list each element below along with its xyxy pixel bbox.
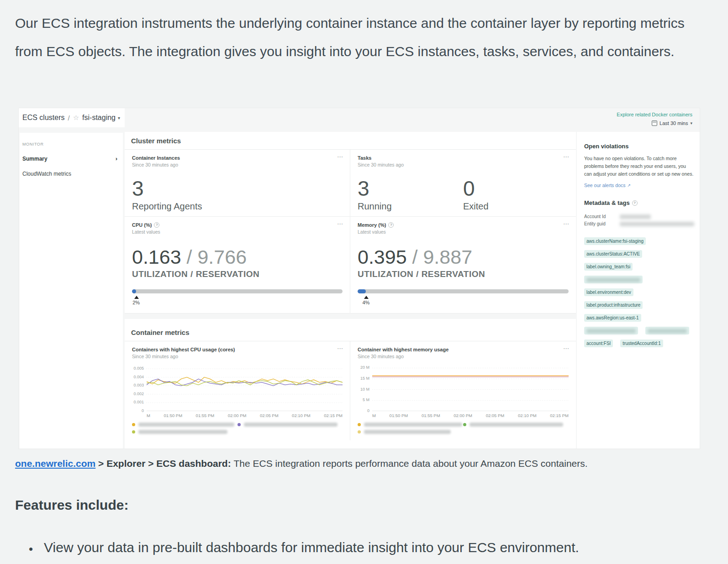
tile-options-menu-icon[interactable]: ⋯ [337, 220, 343, 227]
help-circle-icon[interactable]: ? [632, 200, 638, 206]
y-tick-label: 10 M [360, 387, 369, 392]
metadata-tag-pill[interactable]: aws.clusterName:fsi-staging [584, 237, 646, 245]
y-axis-labels: 0.0050.0040.0030.0020.0010 [132, 364, 147, 411]
open-violations-heading: Open violations [584, 143, 694, 150]
sidebar-item-summary[interactable]: Summary › [22, 155, 117, 162]
stat-label: Exited [463, 201, 569, 212]
chart-canvas [372, 364, 569, 411]
y-tick-label: 0.002 [133, 392, 144, 396]
cluster-metrics-tiles: Container Instances Since 30 minutes ago… [125, 150, 576, 313]
redacted-tag-pill[interactable] [584, 327, 638, 334]
x-tick-label: 02:00 PM [228, 413, 247, 418]
bullet-icon: • [29, 540, 33, 558]
header-actions: Explore related Docker containers Last 3… [617, 112, 692, 126]
stat-value: 3 [132, 178, 242, 199]
y-tick-label: 0 [367, 408, 369, 413]
progress-fill [132, 289, 136, 293]
threshold-marker-icon [364, 296, 369, 299]
right-panel: Open violations You have no open violati… [577, 132, 700, 449]
cpu-tile: CPU (%) ? Latest values ⋯ 0.163 / 9.766 … [125, 217, 350, 313]
billboard-stat: 3 Reporting Agents [132, 178, 242, 212]
series-color-dot-icon [358, 423, 361, 426]
legend-entry [237, 423, 343, 427]
x-tick-label: M [372, 413, 376, 418]
tile-title: CPU (%) [132, 222, 152, 228]
x-tick-label: 01:55 PM [422, 413, 440, 418]
metadata-tag-pill[interactable]: aws.clusterStatus:ACTIVE [584, 250, 642, 258]
container-metrics-tiles: Containers with highest CPU usage (cores… [125, 341, 576, 440]
entity-name-dropdown[interactable]: fsi-staging [82, 114, 116, 122]
stat-label: Running [358, 201, 463, 212]
metadata-tag-pill[interactable]: label.environment:dev [584, 288, 633, 296]
progress-fill [358, 289, 366, 293]
metadata-tag-pill[interactable]: account:FSI [584, 339, 613, 347]
cpu-utilization-bar: 2% [132, 289, 343, 293]
redacted-metadata-value [620, 214, 651, 219]
chart-canvas [147, 364, 343, 411]
legend-entry [132, 430, 237, 434]
stat-value: 0 [463, 178, 569, 199]
redacted-tag-pill[interactable] [584, 276, 643, 283]
x-tick-label: M [147, 413, 150, 418]
chart-legend [132, 423, 343, 434]
newrelic-link[interactable]: one.newrelic.com [15, 458, 95, 469]
legend-entry [358, 423, 463, 427]
chevron-down-icon[interactable]: ▾ [118, 115, 120, 120]
y-tick-label: 5 M [363, 397, 369, 402]
series-color-dot-icon [463, 423, 466, 426]
y-tick-label: 20 M [360, 365, 369, 370]
y-tick-label: 0.005 [133, 366, 144, 371]
y-axis-labels: 20 M15 M10 M5 M0 [358, 364, 372, 411]
redacted-tag-pill[interactable] [645, 327, 689, 334]
billboard-stat-exited: 0 Exited [463, 178, 569, 212]
x-axis-labels: M01:50 PM01:55 PM02:00 PM02:05 PM02:10 P… [147, 413, 343, 418]
metadata-tag-pill[interactable]: label.owning_team:fsi [584, 263, 633, 271]
breadcrumb-root-link[interactable]: ECS clusters [22, 114, 64, 122]
calendar-icon [652, 120, 657, 126]
help-circle-icon[interactable]: ? [154, 222, 159, 228]
memory-tile: Memory (%) ? Latest values ⋯ 0.395 / 9.8… [350, 217, 576, 313]
tile-options-menu-icon[interactable]: ⋯ [563, 220, 570, 227]
time-range-picker[interactable]: Last 30 mins ▾ [652, 120, 692, 126]
help-circle-icon[interactable]: ? [388, 222, 394, 228]
x-tick-label: 02:15 PM [550, 413, 569, 418]
metadata-tag-pill[interactable]: aws.awsRegion:us-east-1 [584, 314, 641, 322]
metadata-tag-pill[interactable]: trustedAccountId:1 [620, 339, 663, 347]
x-tick-label: 01:55 PM [196, 413, 215, 418]
alerts-docs-link[interactable]: See our alerts docs ↗ [584, 183, 694, 188]
tile-subtitle: Since 30 minutes ago [358, 162, 569, 167]
sidebar: MONITOR Summary › CloudWatch metrics [20, 133, 123, 449]
chart-subtitle: Since 30 minutes ago [358, 354, 569, 359]
tile-title: Container Instances [132, 155, 343, 161]
ratio-caption: UTILIZATION / RESERVATION [358, 269, 569, 279]
series-color-dot-icon [358, 430, 361, 433]
tile-options-menu-icon[interactable]: ⋯ [337, 345, 343, 352]
chart-legend [358, 423, 569, 434]
legend-entry [358, 430, 463, 434]
series-color-dot-icon [237, 423, 241, 426]
memory-usage-chart-tile: Container with highest memory usage Sinc… [350, 341, 576, 440]
tile-options-menu-icon[interactable]: ⋯ [563, 345, 570, 352]
redacted-legend-label [364, 423, 462, 427]
x-tick-label: 01:50 PM [164, 413, 182, 418]
cluster-metrics-section-header: Cluster metrics [125, 132, 576, 150]
tile-options-menu-icon[interactable]: ⋯ [337, 153, 343, 160]
tile-title: Tasks [358, 155, 569, 161]
dashboard-header: ECS clusters / ☆ fsi-staging ▾ Explore r… [19, 108, 700, 127]
chart-series-line [147, 377, 343, 384]
redacted-legend-label [244, 423, 338, 427]
cpu-usage-chart-tile: Containers with highest CPU usage (cores… [125, 341, 350, 440]
x-tick-label: 02:05 PM [486, 413, 505, 418]
feature-list-item: • View your data in pre-built dashboards… [29, 540, 579, 558]
metadata-tag-pill[interactable]: label.product:infrastructure [584, 301, 643, 309]
tasks-tile: Tasks Since 30 minutes ago ⋯ 3 Running 0… [350, 150, 576, 217]
tile-options-menu-icon[interactable]: ⋯ [563, 153, 570, 160]
metadata-field-row: Account Id [584, 214, 694, 219]
sidebar-item-cloudwatch-metrics[interactable]: CloudWatch metrics [22, 171, 117, 177]
redacted-tag-content [586, 278, 640, 282]
reservation-value: 9.887 [423, 246, 472, 268]
y-tick-label: 0.004 [133, 375, 144, 379]
explore-docker-containers-link[interactable]: Explore related Docker containers [617, 112, 692, 117]
redacted-metadata-value [620, 222, 694, 226]
favorite-star-icon[interactable]: ☆ [73, 114, 79, 122]
